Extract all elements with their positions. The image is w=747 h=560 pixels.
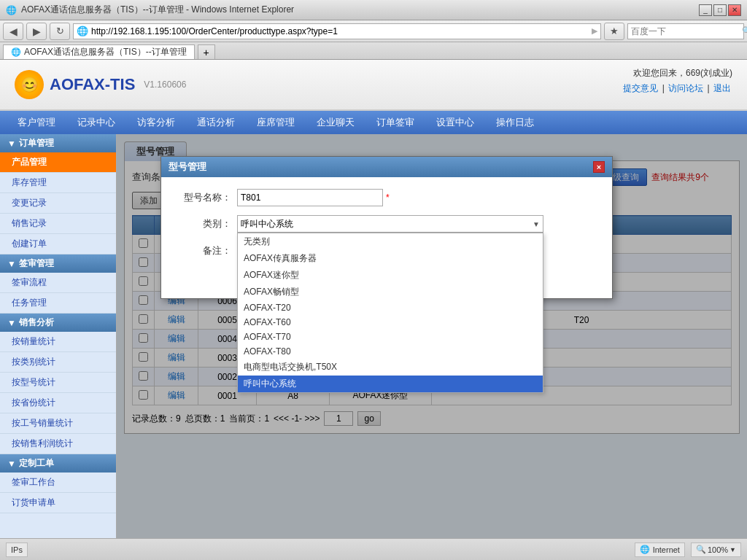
user-links: 提交意见 | 访问论坛 | 退出 — [622, 82, 732, 95]
logo-version: V1.160606 — [144, 79, 186, 90]
forward-button[interactable]: ▶ — [26, 23, 47, 40]
modal-dialog: 型号管理 × 型号名称： * 类别： — [160, 156, 613, 299]
section-label-approve: 签审管理 — [19, 257, 54, 270]
dropdown-item-0[interactable]: 无类别 — [238, 233, 543, 250]
dropdown-item-5[interactable]: AOFAX-T60 — [238, 315, 543, 330]
page-wrapper: 😊 AOFAX-TIS V1.160606 欢迎您回来，669(刘成业) 提交意… — [0, 60, 747, 538]
logo-text: AOFAX-TIS — [50, 75, 135, 94]
sidebar-section-order[interactable]: ▼ 订单管理 — [0, 134, 116, 152]
zone-icon: 🌐 — [640, 545, 650, 554]
category-select[interactable]: 呼叫中心系统 ▼ — [237, 215, 543, 233]
nav-bar: 客户管理 记录中心 访客分析 通话分析 座席管理 企业聊天 订单签审 设置中心 … — [0, 111, 747, 134]
logout-link[interactable]: 退出 — [713, 83, 731, 93]
sidebar-item-product[interactable]: 产品管理 — [0, 152, 116, 173]
page-icon: 🌐 — [77, 26, 88, 36]
sidebar-item-create-order[interactable]: 创建订单 — [0, 234, 116, 254]
dropdown-item-3[interactable]: AOFAX畅销型 — [238, 284, 543, 300]
ie-icon: 🌐 — [6, 5, 17, 15]
dropdown-item-2[interactable]: AOFAX迷你型 — [238, 267, 543, 284]
nav-item-records[interactable]: 记录中心 — [67, 112, 125, 133]
note-label: 备注： — [173, 244, 231, 257]
sidebar-item-workbench[interactable]: 签审工作台 — [0, 472, 116, 493]
nav-item-settings[interactable]: 设置中心 — [426, 112, 484, 133]
sidebar-item-inventory[interactable]: 库存管理 — [0, 173, 116, 193]
feedback-link[interactable]: 提交意见 — [623, 83, 658, 93]
forum-link[interactable]: 访问论坛 — [668, 83, 703, 93]
site-header: 😊 AOFAX-TIS V1.160606 欢迎您回来，669(刘成业) 提交意… — [0, 60, 747, 111]
dropdown-item-1[interactable]: AOFAX传真服务器 — [238, 250, 543, 267]
sidebar-item-order-request[interactable]: 订货申请单 — [0, 493, 116, 513]
sidebar-item-change[interactable]: 变更记录 — [0, 193, 116, 214]
browser-tab[interactable]: 🌐 AOFAX通话信息服务器（TIS）--订单管理 — [3, 44, 195, 59]
sidebar-item-task[interactable]: 任务管理 — [0, 293, 116, 314]
nav-item-chat[interactable]: 企业聊天 — [306, 112, 365, 133]
search-icon: 🔍 — [742, 26, 747, 36]
content-area: 型号管理 查询条件： 型号名称 型号类别 备注 查询 下载成Html 下载成E — [117, 134, 747, 538]
user-info: 欢迎您回来，669(刘成业) 提交意见 | 访问论坛 | 退出 — [622, 67, 732, 95]
modal-close-button[interactable]: × — [593, 161, 605, 173]
category-dropdown-container: 呼叫中心系统 ▼ 无类别 AOFAX传真服务器 AOFAX迷你型 AOFAX畅销… — [237, 215, 543, 233]
refresh-button[interactable]: ↻ — [50, 23, 70, 40]
name-input[interactable] — [237, 189, 383, 206]
dropdown-arrow-icon: ▼ — [533, 220, 540, 228]
browser-search-input[interactable] — [631, 26, 740, 36]
status-ips: IPs — [6, 542, 28, 557]
sidebar-section-analysis[interactable]: ▼ 销售分析 — [0, 314, 116, 332]
sidebar-section-approve[interactable]: ▼ 签审管理 — [0, 254, 116, 273]
address-input[interactable] — [91, 26, 589, 36]
nav-item-log[interactable]: 操作日志 — [486, 112, 544, 133]
sidebar-item-sales[interactable]: 销售记录 — [0, 214, 116, 234]
nav-item-order[interactable]: 订单签审 — [366, 112, 425, 133]
name-label: 型号名称： — [173, 191, 231, 204]
sidebar-item-by-employee[interactable]: 按工号销量统计 — [0, 413, 116, 434]
sidebar-section-custom[interactable]: ▼ 定制工单 — [0, 454, 116, 472]
section-label-custom: 定制工单 — [19, 457, 54, 470]
sidebar-item-by-profit[interactable]: 按销售利润统计 — [0, 434, 116, 454]
dropdown-item-9[interactable]: 呼叫中心系统 — [238, 376, 543, 392]
close-button[interactable]: ✕ — [728, 4, 741, 16]
zoom-icon: 🔍 — [696, 545, 706, 554]
browser-title: AOFAX通话信息服务器（TIS）--订单管理 - Windows Intern… — [21, 4, 699, 16]
section-arrow-analysis: ▼ — [7, 318, 16, 328]
nav-item-client[interactable]: 客户管理 — [7, 112, 66, 133]
section-arrow-custom: ▼ — [7, 459, 16, 469]
welcome-text: 欢迎您回来，669(刘成业) — [622, 67, 732, 79]
address-bar: 🌐 ▶ — [73, 23, 601, 39]
modal-title: 型号管理 — [169, 160, 206, 174]
dropdown-item-8[interactable]: 电商型电话交换机,T50X — [238, 359, 543, 376]
browser-titlebar: 🌐 AOFAX通话信息服务器（TIS）--订单管理 - Windows Inte… — [0, 0, 747, 20]
section-arrow-order: ▼ — [7, 139, 16, 149]
maximize-button[interactable]: □ — [713, 4, 727, 16]
logo-icon: 😊 — [15, 70, 44, 99]
form-row-name: 型号名称： * — [173, 189, 600, 206]
search-bar: 🔍 — [627, 23, 744, 39]
status-bar: IPs 🌐 Internet 🔍 100% ▼ — [0, 538, 747, 560]
new-tab-button[interactable]: + — [198, 44, 215, 59]
section-label-analysis: 销售分析 — [19, 316, 54, 329]
dropdown-item-7[interactable]: AOFAX-T80 — [238, 344, 543, 359]
section-label-order: 订单管理 — [19, 137, 54, 149]
sidebar-item-by-category[interactable]: 按类别统计 — [0, 352, 116, 373]
nav-item-call[interactable]: 通话分析 — [187, 112, 245, 133]
minimize-button[interactable]: _ — [699, 4, 712, 16]
sidebar-item-approve-flow[interactable]: 签审流程 — [0, 273, 116, 293]
dropdown-item-4[interactable]: AOFAX-T20 — [238, 300, 543, 315]
category-dropdown-list: 无类别 AOFAX传真服务器 AOFAX迷你型 AOFAX畅销型 AOFAX-T… — [237, 233, 543, 393]
category-selected-value: 呼叫中心系统 — [241, 218, 293, 230]
tab-icon: 🌐 — [11, 47, 21, 57]
modal-titlebar: 型号管理 × — [161, 157, 612, 177]
dropdown-item-6[interactable]: AOFAX-T70 — [238, 330, 543, 344]
nav-item-seat[interactable]: 座席管理 — [247, 112, 305, 133]
sidebar-item-by-model[interactable]: 按型号统计 — [0, 373, 116, 393]
ips-label: IPs — [11, 545, 23, 554]
back-button[interactable]: ◀ — [3, 23, 23, 40]
name-required: * — [386, 192, 390, 203]
favorites-button[interactable]: ★ — [604, 23, 624, 40]
nav-item-visitor[interactable]: 访客分析 — [127, 112, 185, 133]
section-arrow-approve: ▼ — [7, 259, 16, 269]
browser-tabbar: 🌐 AOFAX通话信息服务器（TIS）--订单管理 + — [0, 42, 747, 60]
go-icon: ▶ — [592, 26, 597, 36]
modal-body: 型号名称： * 类别： 呼叫中心系统 ▼ — [161, 177, 612, 298]
sidebar-item-by-sales[interactable]: 按销量统计 — [0, 332, 116, 352]
sidebar-item-by-province[interactable]: 按省份统计 — [0, 393, 116, 413]
